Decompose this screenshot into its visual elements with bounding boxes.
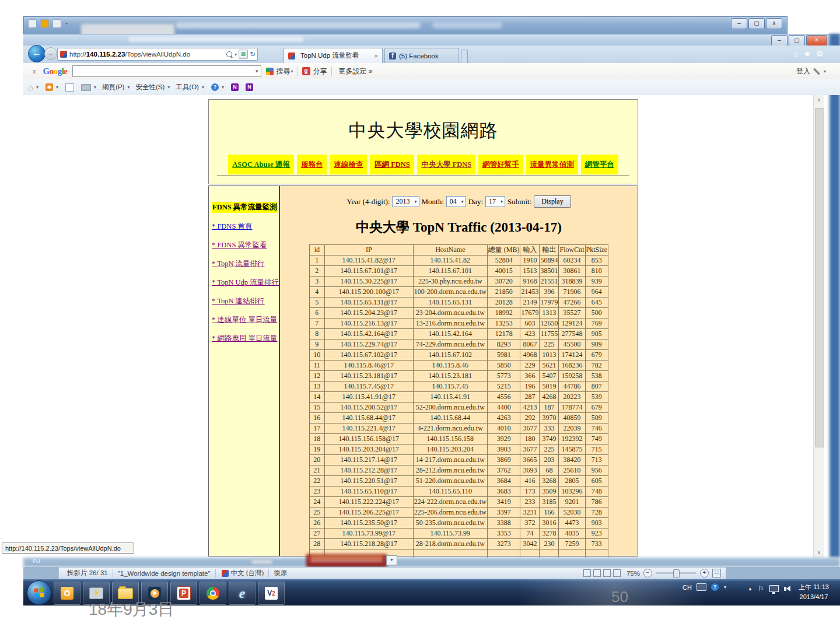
- scrollbar-thumb[interactable]: [815, 108, 824, 447]
- back-button[interactable]: ←: [28, 45, 46, 62]
- chevron-down-icon[interactable]: ▾: [235, 52, 237, 57]
- action-center-flag-icon[interactable]: ⚐: [758, 584, 764, 593]
- close-icon[interactable]: x: [766, 18, 782, 29]
- tab-topn-udp[interactable]: TopN Udp 流量監看 ×: [284, 48, 383, 63]
- zoom-slider-thumb[interactable]: [673, 569, 680, 578]
- ppt-quick-access-toolbar[interactable]: ▾: [28, 19, 68, 28]
- slideshow-icon[interactable]: [613, 569, 621, 577]
- nav-link[interactable]: 區網 FDNS: [370, 155, 414, 174]
- taskbar-chrome[interactable]: [200, 582, 226, 605]
- language-indicator[interactable]: 中文 (台灣): [231, 569, 264, 578]
- maximize-icon[interactable]: ▢: [748, 18, 765, 29]
- home-icon[interactable]: ⌂: [28, 82, 33, 92]
- nav-link[interactable]: 連線檢查: [330, 155, 367, 174]
- chevron-down-icon[interactable]: ▾: [291, 69, 293, 74]
- help-icon[interactable]: ?: [211, 83, 219, 91]
- start-button[interactable]: [27, 580, 51, 605]
- email-page-icon[interactable]: [65, 83, 74, 92]
- search-icon[interactable]: [226, 51, 232, 57]
- network-icon[interactable]: [769, 585, 779, 592]
- sidebar-link[interactable]: * TopN 流量排行: [212, 259, 276, 269]
- settings-gear-icon[interactable]: ⚙: [816, 49, 824, 58]
- slide-sorter-icon[interactable]: [593, 569, 601, 577]
- nav-link[interactable]: 中央大學 FDNS: [417, 155, 475, 174]
- google-share-button[interactable]: 分享: [313, 66, 327, 76]
- new-tab-stub[interactable]: [461, 50, 468, 63]
- normal-view-icon[interactable]: [583, 569, 591, 577]
- maximize-icon[interactable]: ▢: [789, 35, 805, 46]
- undo-icon[interactable]: [52, 19, 61, 28]
- month-select[interactable]: 04▾: [446, 196, 466, 207]
- taskbar-ie[interactable]: e: [229, 582, 256, 605]
- close-tab-icon[interactable]: ×: [374, 52, 378, 60]
- favorites-star-icon[interactable]: ★: [803, 49, 811, 58]
- language-badge[interactable]: CH: [682, 584, 692, 591]
- table-row: 15 140.115.200.52@17 52-200.dorm.ncu.edu…: [309, 402, 608, 413]
- taskbar-outlook[interactable]: O: [54, 582, 80, 605]
- zoom-out-icon[interactable]: −: [643, 569, 652, 578]
- nav-link[interactable]: 網管平台: [581, 155, 618, 174]
- reading-view-icon[interactable]: [603, 569, 611, 577]
- zoom-in-icon[interactable]: +: [700, 569, 709, 578]
- year-select[interactable]: 2013▾: [392, 196, 419, 207]
- nav-link[interactable]: 網管好幫手: [478, 155, 523, 174]
- zoom-slider[interactable]: [656, 572, 696, 574]
- vertical-scrollbar[interactable]: ∧ ∨: [813, 95, 824, 558]
- sidebar-link[interactable]: * TopN Udp 流量排行: [212, 278, 276, 288]
- taskbar-vnc[interactable]: V2: [258, 582, 285, 605]
- google-search-input[interactable]: ▾: [72, 65, 261, 77]
- nav-link[interactable]: 服務台: [297, 155, 327, 174]
- sidebar-link[interactable]: * 連線單位 單日流量: [212, 315, 276, 325]
- sidebar-link[interactable]: * 網路應用 單日流量: [212, 334, 276, 344]
- chevron-down-icon[interactable]: ▾: [65, 21, 68, 26]
- refresh-icon[interactable]: ↻: [250, 50, 256, 58]
- undo-label[interactable]: 復原: [274, 569, 287, 578]
- spellcheck-icon[interactable]: [222, 570, 229, 577]
- close-icon[interactable]: ×: [806, 35, 827, 46]
- rss-icon[interactable]: ◉: [46, 83, 53, 91]
- scroll-up-icon[interactable]: ∧: [814, 95, 824, 105]
- minimize-icon[interactable]: –: [771, 35, 788, 46]
- nav-link[interactable]: ASOC Abuse 通報: [228, 155, 294, 174]
- keyboard-icon[interactable]: [696, 583, 706, 591]
- google-search-icon[interactable]: [266, 68, 274, 75]
- taskbar-clock[interactable]: 上午 11:13 2013/4/17: [791, 582, 836, 602]
- nav-link[interactable]: 流量異常偵測: [526, 155, 578, 174]
- fragment-dropdown[interactable]: ▾: [386, 555, 397, 565]
- close-toolbar-icon[interactable]: x: [33, 68, 36, 75]
- cell-flowcnt: 38420: [559, 455, 585, 466]
- sidebar-link[interactable]: * FDNS 首頁: [212, 222, 276, 232]
- chevron-down-icon[interactable]: ▾: [824, 69, 826, 74]
- minimize-icon[interactable]: –: [731, 18, 747, 29]
- chevron-down-icon[interactable]: ▾: [724, 584, 726, 590]
- compatibility-view-icon[interactable]: ▦: [239, 50, 248, 59]
- onenote-icon[interactable]: N: [231, 83, 239, 91]
- cell-in: 416: [520, 476, 540, 487]
- ppt-window-controls: – ▢ x: [731, 18, 782, 29]
- google-more-settings[interactable]: 更多設定 »: [339, 66, 373, 76]
- address-bar[interactable]: http://140.115.2.23/Tops/viewAllUdpN.do …: [57, 48, 258, 61]
- taskbar-powerpoint[interactable]: P: [170, 582, 197, 605]
- ime-help-icon[interactable]: ?: [711, 583, 719, 591]
- printer-icon[interactable]: [81, 84, 91, 91]
- wrench-icon[interactable]: [813, 68, 820, 75]
- cell-id: 11: [309, 360, 324, 371]
- sidebar-link[interactable]: * FDNS 異常監看: [212, 240, 276, 250]
- display-button[interactable]: Display: [534, 195, 570, 208]
- tab-facebook[interactable]: f (5) Facebook: [384, 48, 459, 63]
- day-select[interactable]: 17▾: [485, 196, 505, 207]
- onenote-linked-icon[interactable]: N: [246, 83, 253, 91]
- tools-menu[interactable]: 工具(O): [176, 83, 199, 92]
- fit-to-window-icon[interactable]: ⛶: [712, 569, 721, 578]
- volume-icon[interactable]: [784, 586, 790, 592]
- security-menu[interactable]: 安全性(S): [135, 83, 164, 92]
- home-icon[interactable]: ⌂: [793, 49, 798, 58]
- signin-button[interactable]: 登入: [796, 66, 810, 76]
- google-search-button[interactable]: 搜尋: [276, 66, 290, 76]
- page-menu[interactable]: 網頁(P): [102, 83, 124, 92]
- save-icon[interactable]: [40, 19, 49, 28]
- forward-button[interactable]: →: [44, 47, 57, 60]
- sidebar-link[interactable]: * TopN 連結排行: [212, 296, 276, 306]
- show-hidden-icons[interactable]: ▲: [748, 586, 752, 592]
- scroll-down-icon[interactable]: ∨: [814, 548, 824, 558]
